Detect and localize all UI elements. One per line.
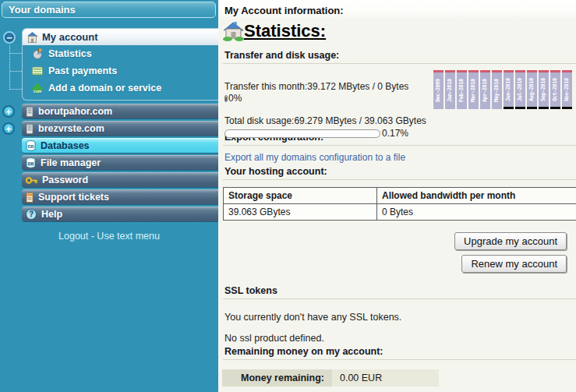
sidebar-item-add-domain[interactable]: com Add a domain or service [23,79,218,97]
table-row: 39.063 GBytes 0 Bytes [224,204,576,221]
database-icon: DB [26,157,36,168]
payments-icon [32,66,43,76]
transfer-section: Transfer this month:39.172 MBytes / 0 By… [224,64,576,130]
chart-bar-label: Jul-2010 [515,72,525,107]
money-remaining-value: 0.00 EUR [332,369,439,387]
chart-bar: Jan-2010 [445,70,455,109]
chart-bar: Feb-2010 [457,70,467,109]
tree-line [9,45,10,90]
chart-bar-label: Jun-2010 [504,72,514,107]
disk-percent: 0.17% [382,128,408,139]
sidebar-item-domain-1[interactable]: borutpahor.com [22,104,218,118]
sidebar-item-statistics[interactable]: Statistics [23,45,218,62]
statistics-title: Statistics: [244,21,326,41]
sidebar-item-label: borutpahor.com [38,106,112,117]
sidebar: Your domains − My account Statistics [0,0,218,392]
key-icon [26,176,37,185]
upgrade-account-button[interactable]: Upgrade my account [454,232,567,250]
account-actions: Upgrade my account Renew my account [218,232,567,273]
section-ssl-header: SSL tokens [223,284,576,299]
logout-link[interactable]: Logout - Use text menu [0,231,218,242]
transfer-percent: 0% [228,93,242,104]
sidebar-header: Your domains [2,2,216,18]
chart-bar-label: Sep-2010 [539,72,549,107]
sidebar-item-password[interactable]: Password [22,172,218,187]
section-transfer-header: Transfer and disk usage: [223,48,576,64]
chart-bar-label: Feb-2010 [457,72,467,109]
sidebar-item-support-tickets[interactable]: Support tickets [22,189,218,204]
sidebar-item-label: Password [42,175,88,185]
expand-domain-button[interactable]: + [2,122,15,135]
sidebar-item-domain-2[interactable]: brezvrste.com [22,121,218,136]
ssl-tokens-message: You currently don't have any SSL tokens. [224,312,576,323]
ticket-icon [26,192,34,203]
expand-domain-button[interactable]: + [2,105,15,118]
chart-bar-label: Mar-2010 [468,72,479,109]
sidebar-item-label: Help [41,209,62,220]
ssl-product-message: No ssl product defined. [224,333,576,344]
my-account-group: My account Statistics Past payments com … [22,28,218,101]
section-money-header: Remaining money on my account: [223,344,576,360]
svg-text:DB: DB [28,161,34,166]
pie-chart-icon [32,48,43,59]
server-icon [26,107,34,117]
chart-bar-label: Jan-2010 [445,72,455,109]
chart-bar-label: Oct-2010 [550,72,560,107]
home-icon [223,21,244,41]
table-header-row: Storage space Allowed bandwidth per mont… [224,188,576,204]
tree-line [10,53,22,54]
sidebar-item-help[interactable]: ? Help [22,207,218,221]
svg-text:DB: DB [28,144,34,149]
sidebar-item-label: Add a domain or service [48,83,161,94]
sidebar-menu: borutpahor.com brezvrste.com DB Database… [22,104,218,224]
collapse-account-button[interactable]: − [3,31,16,44]
sidebar-item-past-payments[interactable]: Past payments [23,62,218,79]
tree-line [10,89,22,90]
export-config-link[interactable]: Export all my domains configuration to a… [224,152,405,163]
chart-bar: Aug-2010 [527,70,537,109]
sidebar-item-databases[interactable]: DB Databases [22,138,218,153]
sidebar-item-label: Statistics [48,48,92,59]
disk-progress-bar [224,129,380,138]
chart-bar: Mar-2010 [468,70,479,109]
main-content: My Account information: Statistics: Tran… [218,0,576,392]
sidebar-item-label: File manager [41,157,101,168]
chart-bar: May-2010 [492,70,502,109]
column-storage-space: Storage space [224,188,377,204]
help-icon: ? [26,209,37,220]
statistics-heading: Statistics: [223,21,576,41]
sidebar-item-label: Past payments [48,65,117,76]
section-hosting-header: Your hosting account: [223,164,576,180]
column-allowed-bandwidth: Allowed bandwidth per month [377,188,576,204]
transfer-progress-bar [224,95,228,102]
app-window: Your domains − My account Statistics [0,0,576,392]
sidebar-item-my-account[interactable]: My account [23,29,218,45]
disk-progress-row: 0.17% [224,128,576,139]
chart-bar: Oct-2010 [550,70,560,109]
sidebar-item-file-manager[interactable]: DB File manager [22,155,218,170]
disk-usage-line: Total disk usage:69.279 MBytes / 39.063 … [224,115,576,126]
chart-bar-label: Dec-2009 [433,72,443,109]
sidebar-item-label: Databases [41,140,90,151]
add-domain-icon: com [32,83,43,94]
server-icon [26,124,34,134]
chart-bar-label: Nov-2010 [562,72,572,107]
chart-bar: Apr-2010 [480,70,490,109]
chart-bar-label: May-2010 [492,72,502,109]
chart-bar-label: Aug-2010 [527,72,537,107]
svg-text:com: com [34,89,42,94]
bandwidth-value: 0 Bytes [377,204,576,221]
money-remaining-row: Money remaining: 0.00 EUR [222,369,576,387]
money-remaining-label: Money remaining: [222,369,332,387]
page-title: My Account information: [224,5,576,16]
renew-account-button[interactable]: Renew my account [461,255,567,273]
chart-bar-label: Apr-2010 [480,72,490,109]
chart-bar: Jul-2010 [515,70,525,109]
sidebar-item-label: My account [42,31,98,43]
storage-space-value: 39.063 GBytes [224,204,377,221]
chart-bar: Jun-2010 [504,70,514,109]
hosting-account-table: Storage space Allowed bandwidth per mont… [223,187,576,221]
sidebar-item-label: Support tickets [38,192,109,203]
chart-bar: Dec-2009 [433,70,443,109]
sidebar-item-label: brezvrste.com [38,123,104,134]
